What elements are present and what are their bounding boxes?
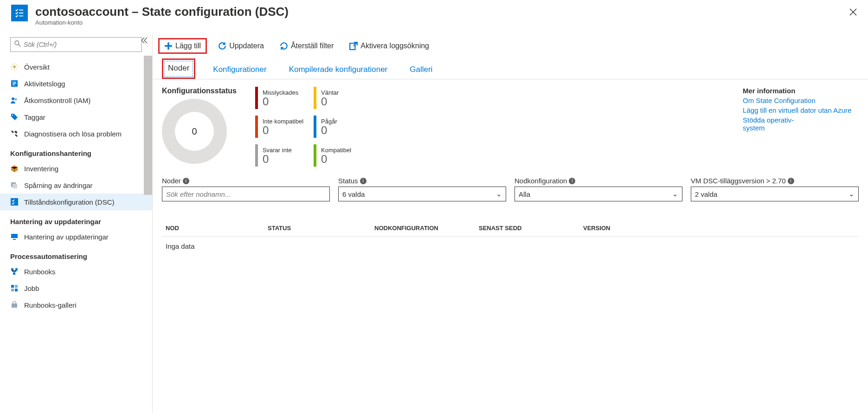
col-nodeconfig[interactable]: NODKONFIGURATION [374,225,479,232]
monitor-icon [10,232,19,241]
table-empty-row: Inga data [162,236,859,256]
svg-rect-14 [13,272,15,275]
link-about-state-config[interactable]: Om State Configuration [743,97,859,104]
sidebar-item-label: Inventering [24,165,58,173]
sidebar-item-dsc[interactable]: Tillståndskonfiguration (DSC) [0,194,152,210]
sidebar-item-label: Åtkomstkontroll (IAM) [24,97,90,104]
sidebar-item-label: Jobb [24,284,39,292]
sidebar-item-tags[interactable]: Taggar [0,109,152,125]
sidebar-item-label: Tillståndskonfiguration (DSC) [24,198,115,206]
sidebar-search-input[interactable] [24,41,138,48]
svg-rect-13 [15,268,18,271]
info-icon[interactable]: i [360,178,366,184]
chevron-double-left-icon [141,37,148,44]
kpi-notresponding: Svarar inte0 [255,144,303,167]
log-icon [10,79,19,88]
sidebar-item-runbooks-gallery[interactable]: Runbooks-galleri [0,297,152,313]
filter-nodes-input-wrap[interactable] [162,187,330,201]
tab-compiled[interactable]: Kompilerade konfigurationer [284,61,392,79]
close-button[interactable] [847,5,860,21]
search-icon [14,40,21,49]
svg-rect-10 [11,234,18,238]
sidebar-item-label: Översikt [24,63,50,71]
link-add-vm-no-azure[interactable]: Lägg till en virtuell dator utan Azure [743,106,859,114]
chevron-down-icon: ⌄ [849,190,855,198]
sidebar-item-label: Aktivitetslogg [24,80,65,88]
add-button-label: Lägg till [175,42,201,50]
enable-log-button[interactable]: Aktivera loggsökning [345,39,434,52]
filter-version-select[interactable]: 2 valda⌄ [691,187,859,201]
tab-configurations[interactable]: Konfigurationer [208,61,271,79]
info-icon[interactable]: i [183,178,189,184]
info-icon[interactable]: i [569,178,575,184]
sidebar-item-jobs[interactable]: Jobb [0,280,152,297]
status-section: Konfigurationsstatus 0 Misslyckades0 Int… [153,79,868,174]
sidebar-item-label: Runbooks-galleri [24,301,77,309]
sidebar-item-label: Taggar [24,113,45,121]
col-lastseen[interactable]: SENAST SEDD [479,225,583,232]
svg-rect-18 [15,289,18,291]
nodes-table: NOD STATUS NODKONFIGURATION SENAST SEDD … [162,220,859,256]
log-button-label: Aktivera loggsökning [360,42,429,50]
sidebar-item-label: Diagnostisera och lösa problem [24,130,122,138]
kpi-pending: Väntar0 [314,87,351,109]
sidebar-item-label: Hantering av uppdateringar [24,233,109,241]
svg-rect-15 [11,285,14,288]
sidebar-item-diagnose[interactable]: Diagnostisera och lösa problem [0,125,152,142]
flow-icon [10,267,19,276]
stack-icon [10,181,19,189]
box-icon [10,164,19,173]
sidebar-item-inventory[interactable]: Inventering [0,160,152,177]
collapse-sidebar-button[interactable] [139,35,149,47]
sidebar-search[interactable] [10,37,142,52]
external-link-icon [349,42,358,50]
page-subtitle: Automation-konto [35,19,289,26]
filter-status: Statusi 6 valda⌄ [338,177,506,201]
svg-rect-17 [11,289,14,291]
refresh-button-label: Uppdatera [229,42,264,50]
svg-rect-19 [350,43,355,50]
tab-gallery[interactable]: Galleri [405,61,437,79]
refresh-button[interactable]: Uppdatera [213,39,269,52]
sidebar: Översikt Aktivitetslogg Åtkomstkontroll … [0,32,153,413]
add-button[interactable]: Lägg till [158,38,207,54]
scrollbar-thumb[interactable] [144,56,152,195]
toolbar: Lägg till Uppdatera Återställ filter Akt… [153,32,868,58]
wrench-icon [10,129,19,138]
sidebar-item-updatemgmt[interactable]: Hantering av uppdateringar [0,228,152,245]
reset-filter-button[interactable]: Återställ filter [275,39,338,52]
tag-icon [10,113,19,121]
reset-icon [280,42,288,50]
col-version[interactable]: VERSION [583,225,855,232]
filter-version: VM DSC-tilläggsversion > 2.70i 2 valda⌄ [691,177,859,201]
main-content: Lägg till Uppdatera Återställ filter Akt… [153,32,868,413]
filter-nodes-input[interactable] [166,190,326,198]
sidebar-item-changetracking[interactable]: Spårning av ändringar [0,177,152,194]
info-icon[interactable]: i [788,178,794,184]
sidebar-item-overview[interactable]: Översikt [0,58,152,75]
kpi-bar [255,87,258,109]
checklist-icon [14,8,25,18]
sidebar-item-label: Spårning av ändringar [24,181,93,189]
tabs: Noder Konfigurationer Kompilerade konfig… [153,58,868,79]
plus-icon [164,42,173,50]
kpi-inprogress: Pågår0 [314,116,351,138]
people-icon [10,96,19,104]
link-supported-os[interactable]: Stödda operativ- system [743,116,859,132]
sidebar-item-iam[interactable]: Åtkomstkontroll (IAM) [0,92,152,109]
filter-status-select[interactable]: 6 valda⌄ [338,187,506,201]
tab-nodes[interactable]: Noder [162,58,195,79]
filters-row: Noderi Statusi 6 valda⌄ Nodkonfiguration… [153,174,868,201]
sidebar-item-activitylog[interactable]: Aktivitetslogg [0,75,152,92]
sidebar-item-runbooks[interactable]: Runbooks [0,263,152,280]
page-header: contosoaccount – State configuration (DS… [0,0,868,32]
filter-nodeconfig-select[interactable]: Alla⌄ [514,187,682,201]
kpi-bar [255,116,258,138]
svg-point-5 [15,98,17,101]
gear-sparkle-icon [10,63,19,71]
sidebar-group-updates: Hantering av uppdateringar [0,210,152,228]
dsc-resource-icon [11,5,28,21]
col-node[interactable]: NOD [166,225,268,232]
sidebar-items: Översikt Aktivitetslogg Åtkomstkontroll … [0,56,152,413]
col-status[interactable]: STATUS [268,225,374,232]
